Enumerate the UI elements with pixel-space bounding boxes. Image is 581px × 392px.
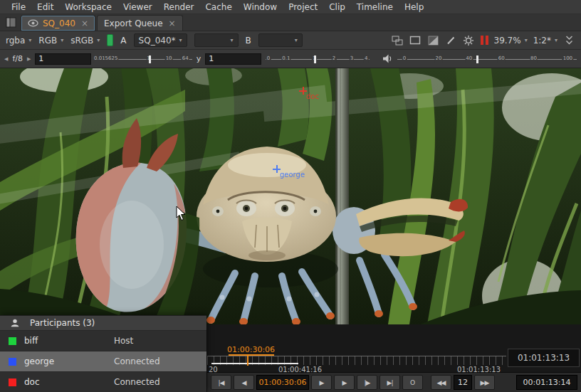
tab-label: SQ_040: [43, 18, 75, 28]
input-process-indicator[interactable]: [107, 34, 113, 46]
timeline-ruler-area[interactable]: 01:00:30:06 20 01:00:41:16 01:01:13:13 0…: [207, 324, 581, 372]
input-b-label: B: [246, 36, 251, 46]
speaker-icon[interactable]: [382, 53, 393, 65]
participant-color-swatch: [9, 337, 16, 345]
duration-timecode: 00:01:13:14: [516, 375, 577, 390]
menu-timeline[interactable]: Timeline: [351, 2, 399, 12]
tab-export-queue[interactable]: Export Queue ×: [97, 15, 183, 31]
eye-icon: [28, 19, 38, 27]
participant-color-swatch: [9, 378, 16, 386]
tick-label: 20: [434, 55, 442, 63]
step-forward-button[interactable]: |▶: [357, 375, 377, 390]
fast-forward-button[interactable]: ▶▶: [474, 375, 495, 390]
menu-window[interactable]: Window: [238, 2, 283, 12]
roi-gear-icon[interactable]: [463, 34, 475, 46]
menu-file[interactable]: File: [6, 2, 31, 12]
go-to-end-button[interactable]: ▶|: [380, 375, 400, 390]
tick-label: 64: [182, 55, 189, 63]
fstop-next-icon[interactable]: ▶: [27, 56, 31, 62]
play-alt-button[interactable]: ▶: [334, 375, 355, 390]
tab-close-icon[interactable]: ×: [169, 18, 176, 28]
menu-edit[interactable]: Edit: [31, 2, 59, 12]
participant-name: doc: [24, 377, 114, 387]
menu-render[interactable]: Render: [158, 2, 200, 12]
pause-icon[interactable]: [481, 36, 488, 45]
playhead-marker[interactable]: [247, 355, 248, 366]
marker-george: george: [273, 165, 281, 174]
viewer-toolbar: rgba RGB sRGB A SQ_040* B 39.7% 1:2*: [0, 31, 581, 50]
participant-row-doc[interactable]: doc Connected: [0, 371, 206, 392]
downrez-dropdown[interactable]: 1:2*: [533, 36, 558, 46]
pencil-icon[interactable]: [445, 34, 457, 46]
volume-slider-handle[interactable]: [476, 55, 478, 63]
timeline-panel: 01:00:30:06 20 01:00:41:16 01:01:13:13 0…: [206, 324, 581, 392]
fstop-prev-icon[interactable]: ◀: [4, 56, 8, 62]
participant-name: biff: [24, 336, 114, 346]
fullscreen-icon[interactable]: [409, 34, 422, 46]
mouse-cursor-icon: [176, 206, 187, 223]
participant-status: Connected: [114, 377, 160, 387]
transport-controls: |◀ ◀ 01:00:30:06 ▶ ▶ |▶ ▶| O ◀◀ 12 ▶▶ 00…: [207, 372, 581, 392]
input-a-label: A: [120, 36, 126, 46]
person-icon: [10, 318, 20, 328]
blend-mode-dropdown[interactable]: [194, 33, 239, 47]
tab-label: Export Queue: [104, 18, 163, 28]
playhead-timecode: 01:00:30:06: [227, 345, 275, 354]
menu-bar: File Edit Workspace Viewer Render Cache …: [0, 0, 581, 14]
participants-panel: Participants (3) biff Host george Connec…: [0, 315, 206, 392]
participants-title: Participants (3): [30, 318, 95, 328]
tick-label: 0: [402, 55, 407, 63]
participants-header[interactable]: Participants (3): [0, 316, 206, 330]
menu-project[interactable]: Project: [283, 2, 323, 12]
collapse-chevrons-icon[interactable]: [563, 34, 575, 46]
input-b-dropdown[interactable]: [258, 33, 303, 47]
play-button[interactable]: ▶: [311, 375, 332, 390]
input-a-dropdown[interactable]: SQ_040*: [134, 33, 187, 47]
menu-clip[interactable]: Clip: [323, 2, 351, 12]
tick-label: 0: [266, 55, 271, 63]
display-dropdown[interactable]: RGB: [38, 36, 63, 46]
participant-row-george[interactable]: george Connected: [0, 351, 206, 371]
gamma-slider[interactable]: 0 0.1 1 2 3 4: [266, 53, 370, 65]
participant-row-biff[interactable]: biff Host: [0, 330, 206, 351]
colorspace-dropdown[interactable]: sRGB: [70, 36, 100, 46]
gamma-input[interactable]: 1: [205, 53, 261, 65]
tick-label: 40: [465, 55, 473, 63]
gain-input[interactable]: 1: [35, 53, 90, 65]
viewer-toolbar-right: 39.7% 1:2*: [392, 34, 575, 46]
current-timecode-field[interactable]: 01:00:30:06: [256, 375, 309, 390]
menu-help[interactable]: Help: [399, 2, 429, 12]
loop-button[interactable]: O: [402, 375, 423, 390]
viewer-canvas[interactable]: doc george: [0, 68, 581, 324]
gamma-slider-handle[interactable]: [314, 55, 316, 63]
checker-wipe-icon[interactable]: [427, 34, 439, 46]
tick-label: 100: [562, 55, 573, 63]
tick-label: 10: [165, 55, 173, 63]
gain-slider-handle[interactable]: [149, 55, 151, 63]
tab-viewer-sq040[interactable]: SQ_040 ×: [21, 15, 95, 31]
tile-layout-icon[interactable]: [392, 34, 404, 46]
go-to-start-button[interactable]: |◀: [211, 375, 231, 390]
frame-increment-field[interactable]: 12: [454, 375, 472, 390]
participant-status: Connected: [114, 356, 160, 366]
in-out-range-bar: [211, 363, 298, 364]
rewind-button[interactable]: ◀◀: [431, 375, 451, 390]
zoom-dropdown[interactable]: 39.7%: [494, 36, 528, 46]
volume-slider[interactable]: 0 20 40 60 80 100: [397, 53, 577, 65]
menu-cache[interactable]: Cache: [199, 2, 237, 12]
gain-slider[interactable]: 0.015625 1 10 64: [95, 53, 192, 65]
tab-bar: SQ_040 × Export Queue ×: [0, 14, 581, 31]
participant-color-swatch: [9, 358, 16, 366]
menu-workspace[interactable]: Workspace: [59, 2, 117, 12]
fstop-label[interactable]: f/8: [12, 54, 23, 63]
tick-label: 0.1: [281, 55, 290, 63]
channels-dropdown[interactable]: rgba: [6, 36, 31, 46]
tick-label: 4: [364, 55, 368, 63]
pane-menu-icon[interactable]: [4, 16, 17, 28]
tab-close-icon[interactable]: ×: [81, 18, 88, 28]
menu-viewer[interactable]: Viewer: [117, 2, 158, 12]
tick-label: 3: [350, 55, 354, 63]
crab-scene-image: [0, 68, 581, 324]
marker-doc-label: doc: [306, 92, 319, 100]
step-back-button[interactable]: ◀: [234, 375, 254, 390]
